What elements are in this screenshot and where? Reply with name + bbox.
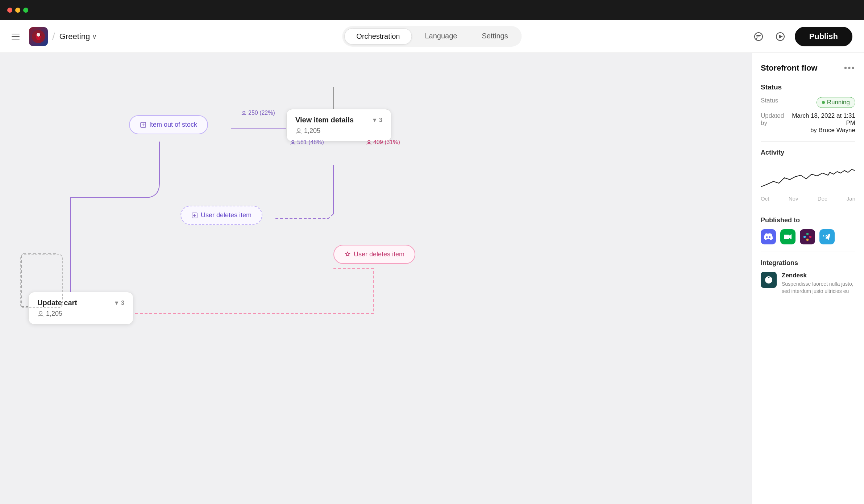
chat-icon[interactable] [751, 29, 766, 44]
divider-2 [761, 209, 855, 209]
close-dot[interactable] [7, 8, 12, 13]
updated-label: Updated by [761, 112, 789, 127]
status-row: Status Running [761, 97, 855, 108]
hamburger-line [12, 36, 20, 37]
svg-point-15 [243, 111, 245, 113]
activity-title: Activity [761, 149, 855, 156]
stat-value: 409 (31%) [373, 139, 400, 146]
integrations-title: Integrations [761, 259, 855, 267]
app-logo[interactable] [29, 27, 48, 46]
svg-point-17 [368, 140, 370, 143]
svg-point-11 [297, 129, 300, 131]
chart-label-oct: Oct [761, 196, 769, 202]
zendesk-logo [761, 272, 777, 288]
more-options-icon[interactable]: ••• [844, 63, 855, 73]
published-title: Published to [761, 217, 855, 224]
minimize-dot[interactable] [15, 8, 20, 13]
divider-1 [761, 141, 855, 142]
stat-value: 581 (48%) [297, 139, 324, 146]
chart-label-jan: Jan [847, 196, 855, 202]
svg-point-12 [39, 311, 42, 314]
published-section: Published to [761, 217, 855, 244]
svg-rect-20 [806, 239, 809, 241]
svg-rect-21 [809, 236, 811, 238]
chart-label-dec: Dec [818, 196, 827, 202]
svg-rect-18 [803, 236, 806, 238]
pill-item-out-of-stock[interactable]: Item out of stock [129, 115, 208, 134]
platform-discord[interactable] [761, 229, 776, 244]
platform-meet[interactable] [780, 229, 796, 244]
svg-point-16 [292, 140, 294, 143]
activity-chart [761, 161, 855, 194]
status-badge: Running [817, 97, 855, 108]
platform-slack[interactable] [800, 229, 815, 244]
tab-settings[interactable]: Settings [470, 28, 519, 45]
details-section-title: Status [761, 83, 855, 91]
svg-marker-6 [779, 35, 783, 38]
window-controls [7, 8, 28, 13]
integration-info: Zendesk Suspendisse laoreet nulla justo,… [782, 272, 855, 295]
updated-date: March 18, 2022 at 1:31 PM [789, 112, 855, 127]
node-view-item-title: View item details ▼ 3 [295, 116, 382, 124]
node-view-item[interactable]: View item details ▼ 3 1,205 [286, 109, 391, 142]
updated-by: by Bruce Wayne [789, 127, 855, 134]
chart-label-nov: Nov [789, 196, 798, 202]
node-update-cart-count: ▼ 3 [114, 300, 124, 306]
hamburger-line [12, 34, 20, 34]
sidebar-title: Storefront flow [761, 63, 817, 73]
node-view-item-count: ▼ 3 [372, 117, 382, 123]
stat-value: 250 (22%) [248, 110, 275, 116]
svg-rect-19 [806, 233, 809, 235]
tab-orchestration[interactable]: Orchestration [344, 28, 412, 45]
tab-language[interactable]: Language [413, 28, 469, 45]
platform-icons [761, 229, 855, 244]
play-icon[interactable] [773, 29, 788, 44]
status-dot [822, 101, 825, 104]
status-value: Running [827, 99, 850, 106]
node-update-cart-users: 1,205 [37, 310, 124, 318]
sidebar-header: Storefront flow ••• [761, 63, 855, 73]
integrations-section: Integrations Zendesk Suspendisse laoreet… [761, 259, 855, 295]
pill-label: Item out of stock [149, 121, 197, 129]
integration-name: Zendesk [782, 272, 855, 279]
breadcrumb-divider: / [52, 31, 55, 42]
greeting-nav[interactable]: Greeting ∨ [59, 32, 97, 41]
svg-point-3 [37, 33, 40, 37]
integration-desc: Suspendisse laoreet nulla justo, sed int… [782, 281, 855, 295]
sidebar: Storefront flow ••• Status Status Runnin… [752, 53, 864, 504]
chart-labels: Oct Nov Dec Jan [761, 196, 855, 202]
activity-section: Activity Oct Nov Dec Jan [761, 149, 855, 202]
updated-row: Updated by March 18, 2022 at 1:31 PM by … [761, 112, 855, 134]
pill-label: User deletes item [201, 211, 252, 219]
stat-badge-409: 409 (31%) [366, 139, 400, 146]
status-label: Status [761, 97, 778, 104]
platform-telegram[interactable] [819, 229, 835, 244]
stat-badge-581: 581 (48%) [290, 139, 324, 146]
greeting-label: Greeting [59, 32, 90, 41]
header: / Greeting ∨ Orchestration Language Sett… [0, 20, 864, 53]
integration-zendesk: Zendesk Suspendisse laoreet nulla justo,… [761, 272, 855, 295]
publish-button[interactable]: Publish [795, 27, 852, 46]
hamburger-line [12, 39, 20, 39]
pill-user-deletes-pink[interactable]: User deletes item [333, 245, 415, 264]
stat-badge-250: 250 (22%) [241, 110, 275, 116]
pill-label: User deletes item [354, 251, 404, 258]
divider-3 [761, 252, 855, 252]
nav-tabs: Orchestration Language Settings [342, 26, 522, 47]
chevron-down-icon: ∨ [92, 33, 97, 41]
main-content: View item details ▼ 3 1,205 Update cart … [0, 53, 864, 504]
dashed-rect [20, 254, 63, 308]
titlebar [0, 0, 864, 20]
header-right: Publish [751, 27, 852, 46]
canvas[interactable]: View item details ▼ 3 1,205 Update cart … [0, 53, 752, 504]
maximize-dot[interactable] [23, 8, 28, 13]
pill-user-deletes-dashed[interactable]: User deletes item [180, 206, 262, 225]
node-view-item-users: 1,205 [295, 127, 382, 135]
menu-button[interactable] [12, 30, 25, 43]
